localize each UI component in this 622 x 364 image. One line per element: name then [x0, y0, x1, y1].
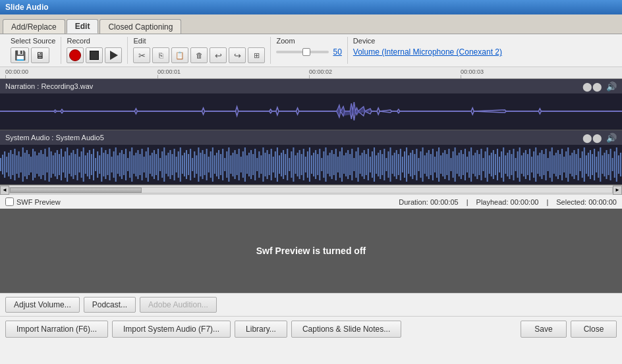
tab-add-replace[interactable]: Add/Replace	[3, 19, 65, 34]
svg-rect-10	[18, 151, 20, 178]
swf-preview-checkbox[interactable]	[5, 197, 14, 206]
select-source-mic-btn[interactable]: 🖥	[31, 47, 49, 63]
svg-rect-96	[192, 158, 193, 171]
svg-rect-198	[398, 154, 399, 175]
horizontal-scrollbar[interactable]: ◄ ►	[0, 185, 622, 194]
scroll-left-arrow[interactable]: ◄	[0, 186, 9, 195]
import-system-audio-button[interactable]: Import System Audio (F7)...	[112, 321, 231, 338]
svg-rect-67	[133, 155, 134, 174]
svg-rect-278	[559, 154, 561, 175]
system-audio-mute-icon[interactable]: 🔊	[606, 133, 617, 143]
duration-text: Duration: 00:00:05	[399, 198, 459, 206]
tab-closed-captioning[interactable]: Closed Captioning	[99, 19, 181, 34]
podcast-button[interactable]: Podcast...	[84, 297, 136, 313]
svg-rect-31	[61, 149, 62, 180]
redo-icon: ↪	[234, 51, 241, 61]
import-narration-button[interactable]: Import Narration (F6)...	[5, 321, 108, 338]
svg-rect-289	[582, 151, 583, 178]
svg-rect-93	[186, 150, 187, 179]
svg-rect-211	[424, 155, 426, 174]
svg-rect-170	[341, 147, 343, 182]
stop-button[interactable]	[86, 47, 103, 63]
svg-rect-191	[383, 149, 385, 180]
tab-edit[interactable]: Edit	[67, 19, 99, 34]
svg-rect-225	[453, 151, 454, 178]
undo-button[interactable]: ↩	[210, 47, 227, 63]
svg-rect-41	[81, 151, 82, 178]
redo-button[interactable]: ↪	[229, 47, 246, 63]
svg-rect-260	[523, 153, 524, 176]
svg-rect-139	[279, 155, 280, 174]
narration-volume-icon[interactable]: ⬤⬤	[582, 82, 602, 91]
scrollbar-thumb[interactable]	[10, 188, 142, 193]
save-button[interactable]: Save	[521, 321, 567, 338]
library-button[interactable]: Library...	[235, 321, 287, 338]
svg-rect-174	[349, 154, 351, 175]
zoom-value[interactable]: 50	[333, 47, 341, 57]
svg-rect-42	[83, 147, 84, 182]
fit-button[interactable]: ⊞	[248, 47, 265, 63]
select-source-file-btn[interactable]: 💾	[11, 47, 29, 63]
svg-rect-126	[252, 154, 254, 175]
narration-mute-icon[interactable]: 🔊	[606, 82, 617, 91]
svg-rect-190	[382, 154, 383, 175]
mic-icon: 🖥	[36, 50, 45, 61]
footer-buttons: Import Narration (F6)... Import System A…	[0, 317, 622, 342]
system-audio-volume-icon[interactable]: ⬤⬤	[582, 133, 602, 143]
svg-rect-188	[378, 153, 379, 176]
zoom-section: Zoom 50	[271, 37, 347, 64]
svg-rect-291	[586, 155, 587, 174]
separator-2: |	[546, 198, 548, 206]
adobe-audition-button[interactable]: Adobe Audition...	[140, 297, 217, 313]
svg-rect-202	[406, 147, 407, 182]
svg-rect-255	[513, 149, 514, 180]
ruler-marks: 00:00:00 00:00:01 00:00:02 00:00:03	[3, 67, 619, 78]
svg-rect-137	[275, 151, 276, 178]
svg-rect-40	[79, 157, 80, 172]
svg-rect-233	[468, 151, 470, 178]
svg-rect-11	[20, 157, 22, 172]
narration-track-header: Narration : Recording3.wav ⬤⬤ 🔊	[0, 79, 622, 93]
svg-rect-249	[501, 151, 502, 178]
svg-rect-52	[103, 153, 104, 176]
svg-rect-159	[319, 149, 320, 180]
svg-rect-253	[509, 150, 510, 179]
close-button[interactable]: Close	[571, 321, 617, 338]
svg-rect-39	[76, 149, 78, 180]
adjust-volume-button[interactable]: Adjust Volume...	[5, 297, 80, 313]
paste-button[interactable]: 📋	[171, 47, 188, 63]
scroll-right-arrow[interactable]: ►	[613, 186, 622, 195]
svg-rect-154	[309, 147, 310, 182]
svg-rect-53	[105, 150, 106, 179]
copy-button[interactable]: ⎘	[152, 47, 169, 63]
svg-rect-250	[503, 147, 504, 182]
play-button[interactable]	[105, 47, 122, 63]
select-source-section: Select Source 💾 🖥	[5, 37, 61, 64]
record-button[interactable]	[67, 47, 84, 63]
svg-rect-276	[555, 153, 557, 176]
delete-button[interactable]: 🗑	[190, 47, 208, 63]
svg-rect-251	[505, 155, 506, 174]
svg-rect-240	[483, 158, 484, 171]
zoom-thumb[interactable]	[302, 48, 310, 56]
system-audio-track-header: System Audio : System Audio5 ⬤⬤ 🔊	[0, 130, 622, 145]
cut-button[interactable]: ✂	[133, 47, 150, 63]
device-link[interactable]: Volume (Internal Microphone (Conexant 2)	[353, 47, 502, 57]
svg-rect-197	[396, 150, 397, 179]
svg-rect-98	[196, 155, 197, 174]
svg-rect-107	[214, 155, 215, 174]
zoom-slider[interactable]	[276, 51, 329, 53]
svg-rect-237	[476, 150, 478, 179]
device-section: Device Volume (Internal Microphone (Cone…	[348, 37, 507, 64]
svg-rect-116	[232, 153, 233, 176]
swf-preview-checkbox-area[interactable]: SWF Preview	[5, 197, 61, 206]
captions-slide-notes-button[interactable]: Captions & Slide Notes...	[291, 321, 401, 338]
svg-rect-274	[551, 147, 553, 182]
svg-rect-76	[152, 153, 153, 176]
svg-rect-241	[485, 151, 486, 178]
svg-rect-104	[208, 157, 210, 172]
scrollbar-track[interactable]	[9, 187, 613, 194]
svg-rect-303	[610, 149, 611, 180]
svg-rect-77	[154, 150, 155, 179]
svg-rect-296	[596, 157, 597, 172]
